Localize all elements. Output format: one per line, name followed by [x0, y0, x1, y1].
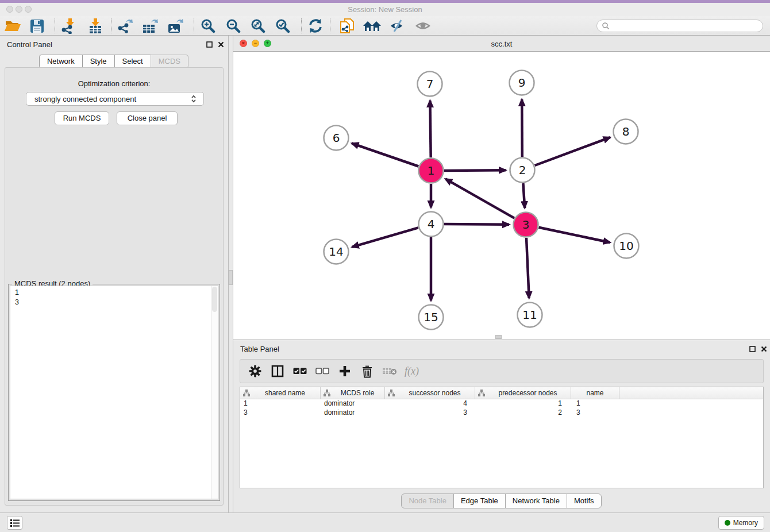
graph-node-2[interactable]: 2	[510, 158, 535, 183]
graph-edge-4-3[interactable]	[444, 224, 509, 225]
toggle-column-panel-button[interactable]	[270, 364, 285, 379]
graph-edge-1-7[interactable]	[430, 101, 430, 157]
node-table[interactable]: shared name MCDS role successor nodes pr…	[240, 387, 764, 488]
save-session-button[interactable]	[26, 18, 48, 34]
float-table-panel-icon[interactable]	[749, 345, 756, 353]
splitter-grip[interactable]	[229, 270, 233, 285]
svg-text:10: 10	[619, 239, 633, 253]
zoom-in-button[interactable]	[197, 18, 219, 34]
destroy-table-button[interactable]	[382, 364, 397, 379]
cell-shared-name[interactable]: 1	[240, 399, 321, 408]
deselect-all-button[interactable]	[314, 364, 330, 379]
show-panels-button[interactable]	[413, 18, 434, 34]
graph-node-15[interactable]: 15	[419, 305, 444, 330]
network-canvas[interactable]: 7968124314101511	[233, 52, 769, 340]
function-builder-button[interactable]: f(x)	[404, 364, 419, 379]
result-scrollbar-thumb[interactable]	[212, 287, 217, 312]
run-mcds-button[interactable]: Run MCDS	[55, 111, 109, 125]
graph-node-6[interactable]: 6	[324, 126, 349, 151]
graph-node-1[interactable]: 1	[419, 159, 444, 183]
trash-icon	[361, 365, 373, 378]
graph-edge-2-9[interactable]	[522, 99, 522, 157]
app-titlebar: Session: New Session	[0, 3, 770, 16]
table-panel-title: Table Panel	[240, 345, 279, 353]
select-all-button[interactable]	[292, 364, 307, 379]
close-panel-button[interactable]: Close panel	[117, 111, 178, 125]
svg-text:4: 4	[428, 217, 435, 231]
cell-name[interactable]: 3	[571, 408, 619, 418]
network-graph[interactable]: 7968124314101511	[233, 52, 769, 340]
delete-row-button[interactable]	[359, 364, 375, 379]
graph-node-9[interactable]: 9	[510, 71, 534, 95]
graph-node-7[interactable]: 7	[418, 72, 442, 97]
panel-splitter[interactable]	[228, 36, 233, 512]
graph-node-14[interactable]: 14	[324, 240, 349, 264]
open-file-button[interactable]	[2, 18, 24, 34]
graph-node-11[interactable]: 11	[518, 303, 542, 327]
export-network-button[interactable]	[114, 18, 136, 34]
column-header-name[interactable]: name	[571, 387, 619, 399]
cell-name[interactable]: 1	[571, 399, 619, 408]
graph-node-8[interactable]: 8	[614, 119, 638, 144]
graph-edge-1-6[interactable]	[352, 144, 418, 167]
canvas-splitter-grip[interactable]	[495, 335, 502, 339]
tab-select[interactable]: Select	[114, 55, 151, 68]
tab-network[interactable]: Network	[39, 55, 83, 68]
hide-panels-button[interactable]	[387, 18, 409, 34]
result-scrollbar[interactable]	[211, 286, 218, 499]
cell-mcds-role[interactable]: dominator	[321, 399, 385, 408]
table-row[interactable]: 3 dominator 3 2 3	[240, 408, 763, 418]
column-header-mcds-role[interactable]: MCDS role	[321, 387, 385, 399]
column-header-successor-nodes[interactable]: successor nodes	[385, 387, 475, 399]
column-header-shared-name[interactable]: shared name	[240, 387, 321, 399]
zoom-selected-button[interactable]	[272, 18, 294, 34]
tab-motifs[interactable]: Motifs	[567, 494, 602, 508]
cell-predecessor-nodes[interactable]: 2	[475, 408, 571, 418]
graph-edge-3-10[interactable]	[539, 228, 610, 242]
graph-edge-3-1[interactable]	[445, 179, 514, 218]
import-network-button[interactable]	[58, 18, 80, 34]
graph-edge-1-2[interactable]	[444, 170, 506, 171]
tab-network-table[interactable]: Network Table	[505, 494, 567, 508]
clone-network-button[interactable]	[336, 18, 358, 34]
tab-edge-table[interactable]: Edge Table	[453, 494, 506, 508]
search-input[interactable]	[610, 22, 753, 30]
graph-edge-4-14[interactable]	[352, 228, 418, 247]
show-all-networks-button[interactable]	[361, 18, 383, 34]
cell-successor-nodes[interactable]: 4	[385, 399, 475, 408]
mcds-result-area[interactable]: 1 3	[10, 286, 218, 499]
zoom-fit-icon	[251, 18, 265, 33]
tab-mcds[interactable]: MCDS	[151, 55, 188, 68]
search-box[interactable]	[596, 20, 763, 32]
table-row[interactable]: 1 dominator 4 1 1	[240, 399, 763, 408]
zoom-fit-button[interactable]	[247, 18, 269, 34]
network-window-titlebar[interactable]: × − + scc.txt	[233, 36, 770, 52]
cell-predecessor-nodes[interactable]: 1	[475, 399, 571, 408]
criterion-dropdown[interactable]: strongly connected component	[26, 92, 204, 106]
cell-mcds-role[interactable]: dominator	[321, 408, 385, 418]
graph-node-4[interactable]: 4	[419, 212, 444, 237]
export-table-button[interactable]	[139, 18, 161, 34]
column-header-predecessor-nodes[interactable]: predecessor nodes	[475, 387, 571, 399]
graph-node-3[interactable]: 3	[514, 213, 538, 237]
cell-successor-nodes[interactable]: 3	[385, 408, 475, 418]
graph-node-10[interactable]: 10	[614, 234, 639, 259]
task-history-button[interactable]	[7, 516, 22, 530]
tab-node-table[interactable]: Node Table	[401, 494, 454, 508]
add-row-button[interactable]	[337, 364, 352, 379]
close-panel-icon[interactable]	[217, 41, 225, 48]
float-panel-icon[interactable]	[206, 41, 213, 48]
graph-edge-2-3[interactable]	[523, 183, 525, 208]
memory-button[interactable]: Memory	[718, 516, 764, 530]
close-table-panel-icon[interactable]	[760, 345, 768, 353]
cell-shared-name[interactable]: 3	[240, 408, 321, 418]
table-options-button[interactable]	[247, 364, 263, 379]
import-table-button[interactable]	[84, 18, 106, 34]
column-type-icon	[324, 390, 330, 396]
tab-style[interactable]: Style	[82, 55, 115, 68]
zoom-out-button[interactable]	[222, 18, 244, 34]
graph-edge-3-11[interactable]	[526, 238, 529, 298]
graph-edge-2-8[interactable]	[535, 137, 610, 165]
apply-layout-button[interactable]	[305, 18, 326, 34]
export-image-button[interactable]	[164, 18, 186, 34]
